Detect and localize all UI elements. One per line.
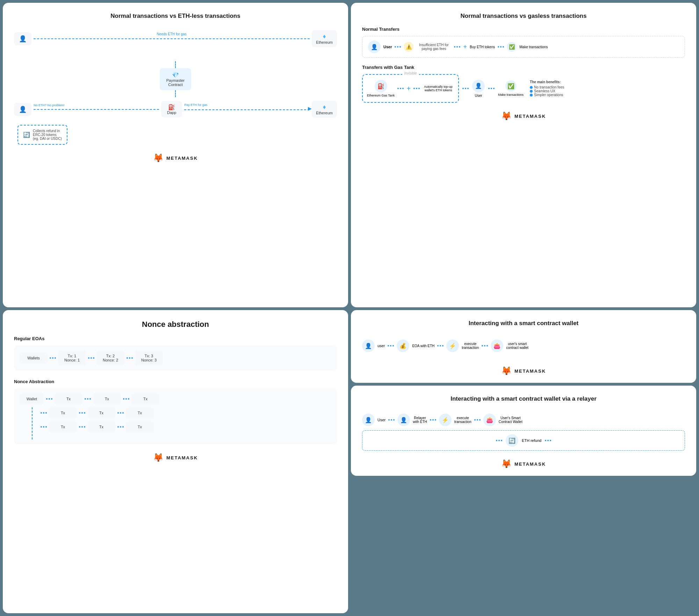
user-box-2: 👤 bbox=[14, 103, 31, 116]
nonce-tx-3c: Tx bbox=[126, 421, 154, 432]
card4-title: Interacting with a smart contract wallet bbox=[362, 320, 685, 327]
user-label-gas: User bbox=[475, 94, 482, 98]
nonce-tx-2a: Tx bbox=[49, 407, 77, 418]
benefit-3: Simpler operations bbox=[534, 93, 563, 97]
wallet-icon-sc: 👛 bbox=[491, 339, 503, 352]
card-relayer: Interacting with a smart contract wallet… bbox=[351, 386, 696, 476]
execute-icon-relayer: ⚡ bbox=[439, 414, 452, 426]
gas-tank-label: Transfers with Gas Tank bbox=[362, 65, 685, 70]
user-icon-relayer: 👤 bbox=[362, 414, 375, 426]
benefits-title: The main benefits: bbox=[530, 80, 564, 84]
wallet-label-relayer: User's Smart Contract Wallet bbox=[499, 416, 523, 424]
make-tx-label-1: Make transactions bbox=[519, 45, 548, 49]
tx2-box: Tx: 2 Nonce: 2 bbox=[96, 350, 124, 366]
user-icon-sc: 👤 bbox=[362, 339, 375, 352]
metamask-footer-3: 🦊 METAMASK bbox=[14, 453, 337, 463]
wallet-box: Wallet bbox=[20, 393, 44, 404]
nonce-tx-1b: Tx bbox=[93, 393, 121, 404]
wallet-label-sc: user's smart contract wallet bbox=[506, 342, 528, 350]
invisible-label: Invisible bbox=[402, 71, 419, 75]
paymaster-box: 💎 Paymaster Contract bbox=[160, 68, 191, 90]
user-icon-gas: 👤 bbox=[472, 80, 485, 92]
execute-icon: ⚡ bbox=[446, 339, 459, 352]
pay-eth-label: Pay ETH for gas bbox=[184, 103, 207, 107]
nonce-tx-1c: Tx bbox=[131, 393, 159, 404]
metamask-footer-1: 🦊 METAMASK bbox=[14, 153, 337, 163]
user-label-normal: User bbox=[383, 45, 392, 49]
buy-eth-label: Buy ETH tokens bbox=[470, 45, 495, 49]
dapp-box: ⛽ Dapp bbox=[161, 101, 182, 117]
card3-title: Nonce abstraction bbox=[14, 320, 337, 329]
refund-label-relayer: ETH refund bbox=[522, 438, 541, 443]
make-tx-label-2: Make transactions bbox=[498, 93, 524, 96]
user-label-sc: user bbox=[377, 344, 385, 348]
metamask-footer-4: 🦊 METAMASK bbox=[362, 366, 685, 376]
relayer-icon: 👤 bbox=[397, 414, 410, 426]
card5-title: Interacting with a smart contract wallet… bbox=[362, 395, 685, 402]
gas-tank-box-label: Ethereum Gas Tank bbox=[367, 94, 395, 97]
auto-topup-label: Automatically top-up wallet's ETH tokens bbox=[423, 85, 454, 92]
card-nonce-abstraction: Nonce abstraction Regular EOAs Wallets T… bbox=[3, 310, 348, 613]
insufficient-label: Insufficient ETH for paying gas fees bbox=[416, 43, 451, 51]
wallets-box: Wallets bbox=[20, 352, 48, 364]
plus-icon: + bbox=[463, 43, 467, 51]
tx1-box: Tx: 1 Nonce: 1 bbox=[58, 350, 86, 366]
relayer-label: Relayer with ETH bbox=[413, 416, 427, 424]
tx3-box: Tx: 3 Nonce: 3 bbox=[135, 350, 163, 366]
metamask-footer-5: 🦊 METAMASK bbox=[362, 459, 685, 469]
regular-eoas-label: Regular EOAs bbox=[14, 336, 337, 341]
ethereum-box-1: ♦ Ethereum bbox=[312, 30, 337, 47]
nonce-tx-2b: Tx bbox=[87, 407, 115, 418]
check-icon-1: ✅ bbox=[507, 42, 517, 52]
nonce-tx-1a: Tx bbox=[55, 393, 82, 404]
user-box-1: 👤 bbox=[14, 32, 31, 45]
card-normal-vs-ethless: Normal transactions vs ETH-less transact… bbox=[3, 3, 348, 307]
user-label-relayer: User bbox=[377, 418, 385, 422]
execute-label-relayer: execute transaction bbox=[454, 416, 471, 424]
nonce-tx-3b: Tx bbox=[87, 421, 115, 432]
card1-title: Normal transactions vs ETH-less transact… bbox=[14, 13, 337, 20]
check-icon-2: ✅ bbox=[505, 80, 517, 92]
wallet-icon-relayer: 👛 bbox=[483, 414, 496, 426]
metamask-footer-2: 🦊 METAMASK bbox=[362, 111, 685, 121]
eoa-icon: 💰 bbox=[397, 339, 409, 352]
card-smart-contract-wallet: Interacting with a smart contract wallet… bbox=[351, 310, 696, 383]
user-icon-normal: 👤 bbox=[368, 41, 381, 53]
benefit-2: Seamless UX bbox=[534, 89, 555, 93]
card2-title: Normal transactions vs gasless transacti… bbox=[362, 13, 685, 20]
refund-label: Collects refund in ERC-20 tokens (eg. DA… bbox=[33, 129, 62, 141]
needs-eth-label: Needs ETH for gas bbox=[157, 32, 187, 36]
normal-transfers-label: Normal Transfers bbox=[362, 27, 685, 32]
nonce-abstraction-label: Nonce Abstraction bbox=[14, 379, 337, 384]
benefit-1: No transaction fees bbox=[534, 85, 564, 89]
nonce-tx-2c: Tx bbox=[126, 407, 154, 418]
plus-icon-2: + bbox=[406, 85, 411, 93]
no-eth-label: No ETH? No problem! bbox=[34, 103, 65, 107]
execute-label: execute transaction bbox=[462, 342, 479, 350]
eoa-label: EOA with ETH bbox=[412, 344, 434, 348]
nonce-tx-3a: Tx bbox=[49, 421, 77, 432]
ethereum-box-2: ♦ Ethereum bbox=[312, 101, 337, 118]
warning-icon: ⚠️ bbox=[404, 42, 413, 52]
card-normal-vs-gasless: Normal transactions vs gasless transacti… bbox=[351, 3, 696, 307]
gas-tank-icon: ⛽ bbox=[375, 80, 387, 92]
paymaster-label: Paymaster Contract bbox=[165, 78, 186, 87]
refund-icon-relayer: 🔄 bbox=[506, 434, 518, 447]
